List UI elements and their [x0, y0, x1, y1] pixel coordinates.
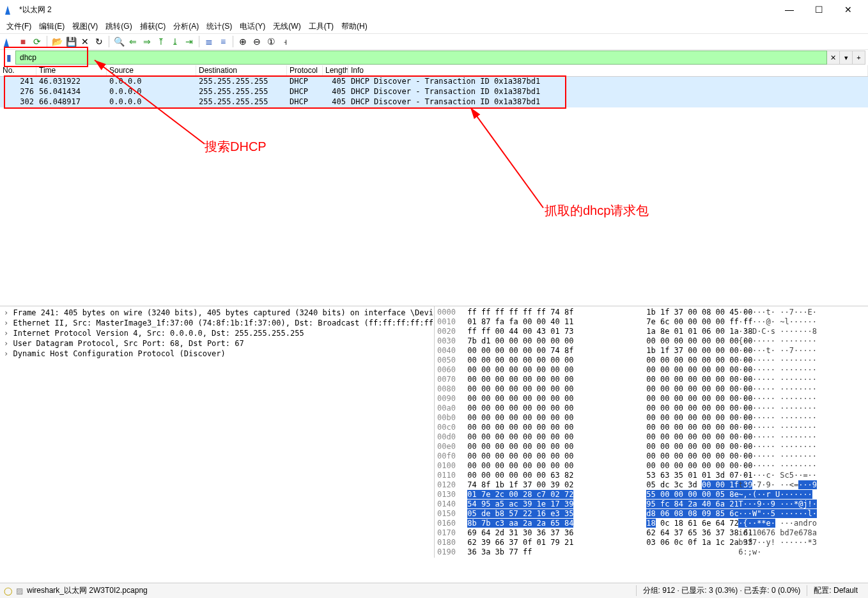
zoom-reset-icon[interactable]: ①: [265, 35, 277, 48]
display-filter-input[interactable]: [15, 51, 827, 65]
table-row[interactable]: 24146.0319220.0.0.0255.255.255.255DHCP40…: [0, 77, 868, 87]
status-file: wireshark_以太网 2W3T0I2.pcapng: [27, 585, 148, 596]
hex-row[interactable]: 0050 00 00 00 00 00 00 00 0000 00 00 00 …: [437, 356, 865, 365]
hex-row[interactable]: 0070 00 00 00 00 00 00 00 0000 00 00 00 …: [437, 375, 865, 384]
start-capture-icon[interactable]: [3, 35, 15, 48]
go-last-icon[interactable]: ⇥: [183, 35, 196, 48]
hex-row[interactable]: 0180 62 39 66 37 0f 01 79 2103 06 0c 0f …: [437, 538, 865, 547]
back-icon[interactable]: ⇐: [127, 35, 139, 48]
minimize-button[interactable]: —: [775, 0, 804, 19]
hex-row[interactable]: 0190 36 3a 3b 77 ff6:;w·: [437, 547, 865, 557]
restart-capture-icon[interactable]: ⟳: [31, 35, 43, 48]
hex-row[interactable]: 0130 01 7e 2c 00 28 c7 02 7255 00 00 00 …: [437, 490, 865, 500]
menu-wireless[interactable]: 无线(W): [269, 20, 304, 33]
filter-bar: ▮ ✕ ▾ +: [0, 50, 868, 65]
hex-row[interactable]: 0010 01 87 fa fa 00 00 40 117e 6c 00 00 …: [437, 317, 865, 327]
menu-phone[interactable]: 电话(Y): [236, 20, 269, 33]
find-icon[interactable]: 🔍: [112, 35, 125, 48]
menu-analyze[interactable]: 分析(A): [169, 20, 203, 33]
hex-row[interactable]: 0150 05 de b8 57 22 16 e3 35d8 06 08 08 …: [437, 509, 865, 519]
reload-icon[interactable]: ↻: [93, 35, 105, 48]
hex-row[interactable]: 0000 ff ff ff ff ff ff 74 8f1b 1f 37 00 …: [437, 308, 865, 317]
menu-file[interactable]: 文件(F): [3, 20, 35, 33]
open-file-icon[interactable]: 📂: [50, 35, 63, 48]
menubar: 文件(F) 编辑(E) 视图(V) 跳转(G) 捕获(C) 分析(A) 统计(S…: [0, 19, 868, 33]
col-info[interactable]: Info: [348, 65, 868, 76]
detail-row[interactable]: Internet Protocol Version 4, Src: 0.0.0.…: [4, 328, 430, 338]
hex-row[interactable]: 0110 00 00 00 00 00 00 63 8253 63 35 01 …: [437, 471, 865, 480]
close-button[interactable]: ✕: [833, 0, 863, 19]
hex-row[interactable]: 0080 00 00 00 00 00 00 00 0000 00 00 00 …: [437, 384, 865, 394]
status-packets: 分组: 912 · 已显示: 3 (0.3%) · 已丢弃: 0 (0.0%): [636, 585, 808, 596]
hex-row[interactable]: 0170 69 64 2d 31 30 36 37 3662 64 37 65 …: [437, 528, 865, 538]
menu-help[interactable]: 帮助(H): [337, 20, 371, 33]
menu-capture[interactable]: 捕获(C): [136, 20, 170, 33]
detail-row[interactable]: Dynamic Host Configuration Protocol (Dis…: [4, 349, 430, 359]
window-title: *以太网 2: [19, 4, 775, 15]
hex-row[interactable]: 00e0 00 00 00 00 00 00 00 0000 00 00 00 …: [437, 442, 865, 452]
hex-row[interactable]: 0160 8b 7b c3 aa 2a 2a 65 8418 0c 18 61 …: [437, 519, 865, 528]
jump-icon[interactable]: ⤒: [155, 35, 167, 48]
recent-filter-button[interactable]: ▾: [840, 51, 853, 65]
zoom-out-icon[interactable]: ⊖: [251, 35, 263, 48]
col-destination[interactable]: Destination: [196, 65, 287, 76]
save-file-icon[interactable]: 💾: [65, 35, 77, 48]
menu-edit[interactable]: 编辑(E): [35, 20, 68, 33]
hex-row[interactable]: 00d0 00 00 00 00 00 00 00 0000 00 00 00 …: [437, 432, 865, 442]
zoom-in-icon[interactable]: ⊕: [236, 35, 249, 48]
resize-cols-icon[interactable]: ⫞: [279, 35, 291, 48]
titlebar: *以太网 2 — ☐ ✕: [0, 0, 868, 19]
close-file-icon[interactable]: ✕: [79, 35, 91, 48]
detail-row[interactable]: Ethernet II, Src: MasterImage3_1f:37:00 …: [4, 318, 430, 328]
hex-row[interactable]: 0040 00 00 00 00 00 00 74 8f1b 1f 37 00 …: [437, 346, 865, 356]
toolbar: ■ ⟳ 📂 💾 ✕ ↻ 🔍 ⇐ ⇒ ⤒ ⤓ ⇥ ≣ ≡ ⊕ ⊖ ① ⫞: [0, 33, 868, 50]
hex-row[interactable]: 00f0 00 00 00 00 00 00 00 0000 00 00 00 …: [437, 452, 865, 461]
detail-row[interactable]: User Datagram Protocol, Src Port: 68, Ds…: [4, 338, 430, 349]
app-icon: [5, 4, 15, 15]
packet-list-empty-area: [0, 107, 868, 306]
hex-row[interactable]: 0100 00 00 00 00 00 00 00 0000 00 00 00 …: [437, 461, 865, 471]
add-filter-button[interactable]: +: [853, 51, 865, 65]
statusbar: ◯ ▨ wireshark_以太网 2W3T0I2.pcapng 分组: 912…: [0, 583, 868, 598]
go-first-icon[interactable]: ⤓: [169, 35, 182, 48]
maximize-button[interactable]: ☐: [804, 0, 833, 19]
hex-row[interactable]: 00c0 00 00 00 00 00 00 00 0000 00 00 00 …: [437, 423, 865, 432]
colorize-icon[interactable]: ≡: [217, 35, 229, 48]
status-profile[interactable]: 配置: Default: [807, 585, 864, 596]
menu-go[interactable]: 跳转(G): [102, 20, 136, 33]
hex-row[interactable]: 0020 ff ff 00 44 00 43 01 731a 8e 01 01 …: [437, 327, 865, 336]
hex-row[interactable]: 00b0 00 00 00 00 00 00 00 0000 00 00 00 …: [437, 413, 865, 423]
packet-bytes-pane[interactable]: 0000 ff ff ff ff ff ff 74 8f1b 1f 37 00 …: [435, 306, 868, 558]
clear-filter-button[interactable]: ✕: [827, 51, 840, 65]
detail-row[interactable]: Frame 241: 405 bytes on wire (3240 bits)…: [4, 308, 430, 318]
packet-details-pane[interactable]: Frame 241: 405 bytes on wire (3240 bits)…: [0, 306, 435, 558]
autoscroll-icon[interactable]: ≣: [203, 35, 215, 48]
hex-row[interactable]: 0030 7b d1 00 00 00 00 00 0000 00 00 00 …: [437, 336, 865, 346]
forward-icon[interactable]: ⇒: [141, 35, 153, 48]
hex-row[interactable]: 0060 00 00 00 00 00 00 00 0000 00 00 00 …: [437, 365, 865, 375]
hex-row[interactable]: 0140 54 95 a5 ac 39 1e 17 3995 fc 84 2a …: [437, 500, 865, 509]
menu-tools[interactable]: 工具(T): [305, 20, 337, 33]
table-row[interactable]: 30266.0489170.0.0.0255.255.255.255DHCP40…: [0, 97, 868, 107]
col-protocol[interactable]: Protocol: [287, 65, 323, 76]
col-source[interactable]: Source: [107, 65, 196, 76]
status-ready-icon: ▨: [16, 586, 23, 595]
menu-stats[interactable]: 统计(S): [203, 20, 236, 33]
bookmark-filter-icon[interactable]: ▮: [3, 51, 15, 64]
packet-list-header: No. Time Source Destination Protocol Len…: [0, 65, 868, 77]
hex-row[interactable]: 0120 74 8f 1b 1f 37 00 39 0205 dc 3c 3d …: [437, 480, 865, 490]
table-row[interactable]: 27656.0414340.0.0.0255.255.255.255DHCP40…: [0, 87, 868, 97]
col-no[interactable]: No.: [0, 65, 36, 76]
col-time[interactable]: Time: [36, 65, 107, 76]
hex-row[interactable]: 00a0 00 00 00 00 00 00 00 0000 00 00 00 …: [437, 404, 865, 413]
col-length[interactable]: Length: [323, 65, 348, 76]
hex-row[interactable]: 0090 00 00 00 00 00 00 00 0000 00 00 00 …: [437, 394, 865, 404]
status-circle-icon: ◯: [4, 586, 12, 595]
packet-list[interactable]: No. Time Source Destination Protocol Len…: [0, 65, 868, 107]
menu-view[interactable]: 视图(V): [68, 20, 102, 33]
stop-capture-icon[interactable]: ■: [17, 35, 29, 48]
